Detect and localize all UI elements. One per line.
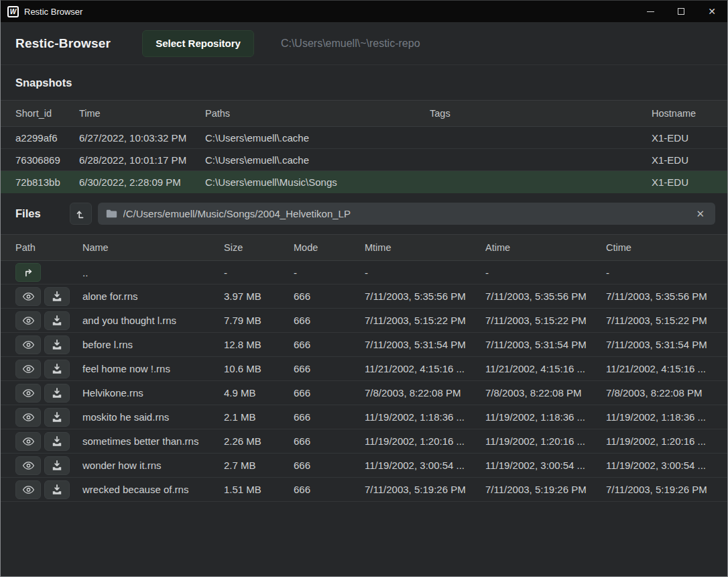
parent-dir-row[interactable]: .. - - - - -	[1, 261, 727, 284]
download-icon	[52, 339, 62, 350]
file-row[interactable]: moskito he said.rns 2.1 MB 666 11/19/200…	[1, 405, 727, 429]
download-file-button[interactable]	[44, 287, 70, 306]
file-name: wonder how it.rns	[82, 460, 224, 471]
view-file-button[interactable]	[15, 311, 41, 330]
view-file-button[interactable]	[15, 360, 41, 378]
download-icon	[52, 460, 62, 471]
file-row[interactable]: sometimes better than.rns 2.26 MB 666 11…	[1, 429, 727, 454]
col-header-size: Size	[224, 242, 294, 253]
file-row[interactable]: feel home now !.rns 10.6 MB 666 11/21/20…	[1, 357, 727, 381]
go-parent-button[interactable]	[15, 263, 41, 282]
file-mtime: 7/11/2003, 5:35:56 PM	[365, 291, 485, 302]
view-file-button[interactable]	[15, 432, 41, 451]
app-title: Restic-Browser	[15, 36, 111, 51]
view-file-button[interactable]	[15, 480, 41, 499]
view-file-button[interactable]	[15, 408, 41, 427]
file-row[interactable]: Helvikone.rns 4.9 MB 666 7/8/2003, 8:22:…	[1, 381, 727, 405]
file-mtime: -	[365, 267, 485, 278]
titlebar: W Restic Browser ✕	[1, 1, 727, 22]
col-header-path: Path	[15, 242, 82, 253]
view-file-button[interactable]	[15, 384, 41, 403]
snapshots-section-heading: Snapshots	[1, 65, 727, 100]
up-right-arrow-icon	[22, 267, 34, 278]
col-header-tags: Tags	[430, 108, 652, 119]
file-mode: 666	[294, 291, 365, 302]
snapshot-row-selected[interactable]: 72b813bb 6/30/2022, 2:28:09 PM C:\Users\…	[1, 171, 727, 193]
download-file-button[interactable]	[44, 456, 70, 475]
snapshot-row[interactable]: a2299af6 6/27/2022, 10:03:32 PM C:\Users…	[1, 127, 727, 149]
download-icon	[52, 484, 62, 495]
snapshot-short-id: 76306869	[15, 154, 79, 166]
view-file-button[interactable]	[15, 287, 41, 306]
col-header-hostname: Hostname	[652, 108, 714, 119]
download-icon	[52, 291, 62, 302]
file-name: Helvikone.rns	[82, 387, 224, 399]
maximize-icon	[678, 8, 684, 15]
file-row[interactable]: wrecked because of.rns 1.51 MB 666 7/11/…	[1, 478, 727, 502]
file-row[interactable]: wonder how it.rns 2.7 MB 666 11/19/2002,…	[1, 454, 727, 478]
file-mode: 666	[294, 387, 365, 399]
download-file-button[interactable]	[44, 311, 70, 330]
files-path-input[interactable]: /C/Users/emuell/Music/Songs/2004_Helveti…	[98, 203, 715, 225]
file-name: wrecked because of.rns	[82, 484, 224, 495]
file-size: 1.51 MB	[224, 484, 294, 495]
clear-path-icon[interactable]: ✕	[693, 208, 707, 220]
snapshot-paths: C:\Users\emuell\.cache	[205, 132, 430, 144]
level-up-icon	[74, 208, 86, 220]
minimize-button[interactable]	[635, 1, 666, 22]
file-mode: 666	[294, 435, 365, 447]
eye-icon	[22, 413, 35, 422]
eye-icon	[22, 364, 35, 374]
eye-icon	[22, 437, 35, 446]
file-atime: 11/19/2002, 1:18:36 ...	[485, 411, 606, 423]
file-atime: 7/11/2003, 5:31:54 PM	[485, 339, 606, 350]
view-file-button[interactable]	[15, 335, 41, 354]
download-file-button[interactable]	[44, 335, 70, 354]
app-window: W Restic Browser ✕ Restic-Browser Select…	[0, 0, 728, 577]
snapshot-paths: C:\Users\emuell\Music\Songs	[205, 176, 430, 188]
col-header-time: Time	[79, 108, 205, 119]
close-button[interactable]: ✕	[696, 1, 727, 22]
file-size: 2.26 MB	[224, 435, 294, 447]
file-row[interactable]: alone for.rns 3.97 MB 666 7/11/2003, 5:3…	[1, 284, 727, 309]
snapshot-paths: C:\Users\emuell\.cache	[205, 154, 430, 166]
file-mtime: 7/8/2003, 8:22:08 PM	[365, 387, 485, 399]
file-size: 2.7 MB	[224, 460, 294, 471]
file-atime: 7/11/2003, 5:35:56 PM	[485, 291, 606, 302]
folder-icon	[106, 209, 117, 219]
file-row[interactable]: before l.rns 12.8 MB 666 7/11/2003, 5:31…	[1, 333, 727, 357]
file-ctime: 7/8/2003, 8:22:08 PM	[606, 387, 714, 399]
file-mtime: 11/19/2002, 1:18:36 ...	[365, 411, 485, 423]
app-logo-icon: W	[7, 6, 19, 17]
close-icon: ✕	[708, 7, 716, 16]
minimize-icon	[647, 11, 654, 12]
file-name: feel home now !.rns	[82, 363, 224, 374]
download-file-button[interactable]	[44, 480, 70, 499]
col-header-paths: Paths	[205, 108, 430, 119]
snapshot-row[interactable]: 76306869 6/28/2022, 10:01:17 PM C:\Users…	[1, 149, 727, 171]
empty-area	[1, 502, 727, 576]
download-icon	[52, 364, 62, 374]
file-row[interactable]: and you thought l.rns 7.79 MB 666 7/11/2…	[1, 309, 727, 333]
eye-icon	[22, 340, 35, 350]
download-file-button[interactable]	[44, 360, 70, 378]
snapshot-short-id: a2299af6	[15, 132, 79, 144]
view-file-button[interactable]	[15, 456, 41, 475]
file-size: 10.6 MB	[224, 363, 294, 374]
download-file-button[interactable]	[44, 384, 70, 403]
path-up-button[interactable]	[70, 203, 92, 225]
download-icon	[52, 315, 62, 326]
snapshots-title: Snapshots	[15, 76, 72, 89]
select-repository-button[interactable]: Select Repository	[142, 30, 254, 57]
file-mtime: 7/11/2003, 5:31:54 PM	[365, 339, 485, 350]
file-atime: 7/11/2003, 5:15:22 PM	[485, 315, 606, 326]
file-ctime: 11/21/2002, 4:15:16 ...	[606, 363, 714, 374]
download-file-button[interactable]	[44, 432, 70, 451]
snapshot-time: 6/27/2022, 10:03:32 PM	[79, 132, 205, 144]
file-mode: 666	[294, 339, 365, 350]
eye-icon	[22, 292, 35, 301]
maximize-button[interactable]	[666, 1, 696, 22]
file-size: 2.1 MB	[224, 411, 294, 423]
snapshot-time: 6/28/2022, 10:01:17 PM	[79, 154, 205, 166]
download-file-button[interactable]	[44, 408, 70, 427]
